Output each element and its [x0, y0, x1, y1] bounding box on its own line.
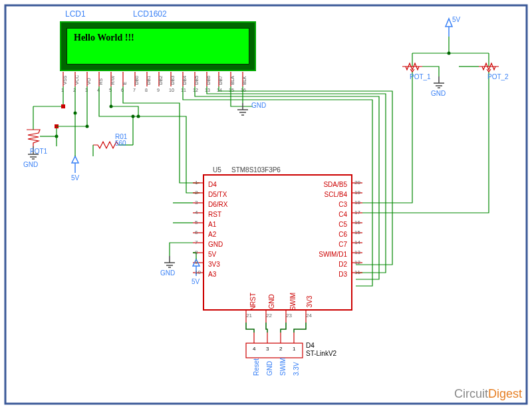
mcu-pin-bottom: NRST — [249, 293, 257, 311]
mcu-pinnum-left: 2 — [195, 190, 198, 196]
mcu-pin-left: RST — [208, 211, 221, 218]
svg-point-24 — [132, 115, 135, 118]
programmer-pin-label: SWIM — [279, 358, 287, 376]
mcu-pin-right: D3 — [338, 271, 347, 278]
5v-label-1: 5V — [71, 174, 79, 182]
mcu-pinnum-left: 7 — [195, 239, 198, 245]
mcu-pinnum-right: 20 — [354, 180, 360, 186]
programmer-part: ST-LinkV2 — [306, 350, 336, 357]
mcu-refdes: U5 — [213, 166, 221, 174]
mcu-pinnum-right: 14 — [354, 239, 360, 245]
mcu-pinnum-left: 9 — [195, 259, 198, 265]
mcu-pin-right: C4 — [338, 211, 347, 218]
mcu-pin-bottom: SWIM — [289, 293, 297, 311]
programmer-pin-label: GND — [266, 361, 273, 376]
programmer-pin-label: 3.3V — [293, 362, 300, 376]
mcu-pinnum-left: 3 — [195, 200, 198, 205]
mcu-pinnum-right: 11 — [354, 269, 360, 275]
svg-rect-20 — [61, 104, 65, 108]
gnd-label-3: GND — [160, 269, 175, 277]
r01-value: 560 — [115, 140, 126, 147]
mcu-pinnum-left: 8 — [195, 249, 198, 255]
mcu-pinnum-left: 4 — [195, 209, 198, 215]
svg-point-23 — [86, 125, 89, 128]
mcu-pin-bottom: GND — [268, 294, 275, 309]
mcu-pin-left: 5V — [208, 251, 216, 258]
svg-point-55 — [448, 52, 451, 55]
mcu-pinnum-right: 13 — [354, 249, 360, 255]
mcu-pin-right: SCL/B4 — [325, 191, 347, 198]
mcu-pin-left: A2 — [208, 231, 216, 238]
5v-label-3: 5V — [452, 16, 460, 23]
mcu-pinnum-left: 10 — [195, 269, 201, 275]
mcu-pinnum-left: 6 — [195, 229, 198, 235]
mcu-pin-right: C3 — [338, 201, 347, 208]
mcu-pin-left: A3 — [208, 271, 216, 278]
mcu-pinnum-left: 5 — [195, 219, 198, 225]
mcu-pin-right: D2 — [338, 261, 347, 268]
mcu-pin-right: SDA/B5 — [323, 181, 347, 188]
svg-point-19 — [110, 105, 113, 108]
mcu-pinnum-right: 17 — [354, 209, 360, 215]
watermark: CircuitDigest — [454, 387, 522, 401]
mcu-pinnum-right: 19 — [354, 190, 360, 196]
mcu-pinnum-right: 18 — [354, 200, 360, 205]
programmer-pin-num: 1 — [293, 346, 295, 352]
mcu-chip: D4D5/TXD6/RXRSTA1A2GND5V3V3A3 SDA/B5SCL/… — [203, 174, 352, 311]
mcu-pinnum-right: 12 — [354, 259, 360, 265]
gnd-label-1: GND — [23, 161, 38, 168]
programmer-pin-num: 4 — [253, 346, 255, 352]
svg-point-25 — [137, 115, 140, 118]
mcu-partnum: STM8S103F3P6 — [231, 166, 281, 174]
mcu-pin-left: 3V3 — [208, 261, 220, 268]
gnd-label-4: GND — [431, 90, 446, 97]
mcu-pinnum-bottom: 22 — [266, 313, 272, 319]
mcu-pin-bottom: 3V3 — [306, 296, 313, 308]
mcu-pin-left: D6/RX — [208, 201, 227, 208]
mcu-pinnum-right: 16 — [354, 219, 360, 225]
programmer-pin-num: 2 — [279, 346, 282, 352]
mcu-pin-left: GND — [208, 241, 223, 248]
mcu-pin-right: SWIM/D1 — [319, 251, 347, 258]
gnd-label-2: GND — [251, 102, 266, 109]
mcu-pinnum-left: 1 — [195, 180, 198, 186]
mcu-pinnum-bottom: 24 — [306, 313, 312, 319]
pot_2-label: POT_2 — [487, 73, 509, 80]
watermark-part1: Circuit — [454, 387, 488, 400]
mcu-pinnum-right: 15 — [354, 229, 360, 235]
mcu-pin-right: C5 — [338, 221, 347, 228]
programmer-pin-label: Reset — [253, 358, 260, 376]
mcu-pin-left: D5/TX — [208, 191, 227, 198]
mcu-pin-left: A1 — [208, 221, 216, 228]
mcu-pin-right: C7 — [338, 241, 347, 248]
mcu-pinnum-bottom: 21 — [246, 313, 252, 319]
mcu-pinnum-bottom: 23 — [286, 313, 292, 319]
mcu-pin-left: D4 — [208, 181, 217, 188]
pot1-label: POT1 — [30, 148, 47, 155]
programmer-ref: D4 — [306, 342, 315, 349]
schematic-canvas: LCD1 LCD1602 Hello World !!! VSS1VCC2VO3… — [0, 0, 532, 409]
pot_1-label: POT_1 — [410, 73, 431, 80]
programmer-pin-num: 3 — [266, 346, 269, 352]
watermark-part2: Digest — [488, 387, 522, 400]
mcu-pin-right: C6 — [338, 231, 347, 238]
5v-label-2: 5V — [192, 278, 200, 285]
